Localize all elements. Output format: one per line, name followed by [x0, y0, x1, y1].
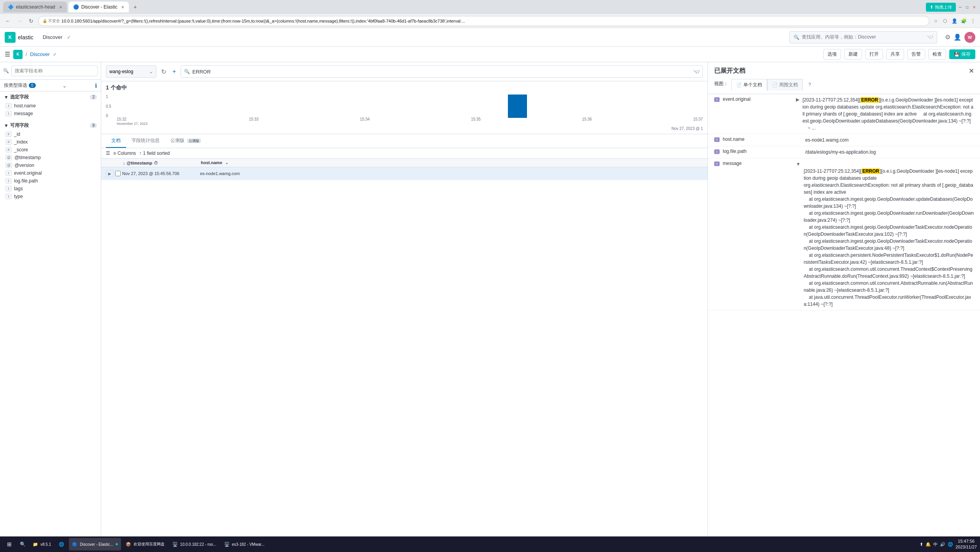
forward-button[interactable]: →: [15, 16, 24, 26]
elastic-header: K elastic Discover ✓ 🔍 查找应用、内容等，例如：Disco…: [0, 28, 980, 47]
tab-single-doc[interactable]: 📄 单个文档: [731, 79, 767, 91]
hamburger-menu[interactable]: ☰: [5, 51, 10, 58]
user-avatar[interactable]: W: [964, 32, 975, 43]
field-event-original[interactable]: t event.original: [4, 169, 97, 177]
taskbar-clock[interactable]: 15:47:56 2023/11/27: [955, 538, 977, 550]
bookmark-icon[interactable]: ☆: [932, 17, 940, 25]
cast-icon[interactable]: ⬡: [941, 17, 949, 25]
tab-close-btn[interactable]: ✕: [59, 5, 62, 9]
bar-highlight[interactable]: [508, 95, 527, 118]
columns-toggle-icon[interactable]: ☰: [106, 151, 110, 156]
filter-chevron[interactable]: ⌄: [62, 82, 67, 89]
start-button[interactable]: ⊞: [3, 538, 16, 550]
chevron-down-icon: ▼: [4, 95, 9, 100]
tab-close-active-btn[interactable]: ✕: [121, 5, 124, 9]
inspect-btn[interactable]: 检查: [928, 49, 946, 60]
more-icon[interactable]: ⋮: [969, 17, 977, 25]
taskbar-baidu[interactable]: 📦 欢迎使用百度网盘: [123, 538, 168, 550]
field-name-label[interactable]: log.file.path: [723, 149, 793, 154]
field-id[interactable]: # _id: [4, 130, 97, 138]
field-index[interactable]: # _index: [4, 138, 97, 146]
expand-message-icon[interactable]: ▼: [796, 161, 801, 167]
back-button[interactable]: ←: [3, 16, 12, 26]
options-btn[interactable]: 选项: [823, 49, 841, 60]
url-bar[interactable]: 🔒 不安全 10.0.0.180:5601/app/discover#/?_g=…: [38, 16, 929, 26]
taskbar-search-button[interactable]: 🔍: [17, 539, 28, 550]
field-name: _score: [14, 147, 28, 152]
new-btn[interactable]: 新建: [844, 49, 862, 60]
reload-button[interactable]: ↻: [26, 16, 36, 26]
tab-fields[interactable]: 字段统计信息: [126, 134, 165, 148]
tab-beta[interactable]: 公测版 公测版: [165, 134, 206, 148]
field-timestamp[interactable]: @ @timestamp: [4, 154, 97, 161]
field-type-badge: t: [714, 161, 720, 166]
panel-close-button[interactable]: ✕: [969, 67, 974, 75]
available-fields-header[interactable]: ▼ 可用字段 9: [4, 122, 97, 129]
global-search[interactable]: 🔍 查找应用、内容等，例如：Discover ⌥/: [789, 31, 937, 44]
query-input-container[interactable]: 🔍 ERROR ⌥/: [181, 65, 703, 78]
sort-button[interactable]: ↑ 1 field sorted: [139, 151, 170, 156]
save-btn[interactable]: 💾 保存: [949, 49, 975, 59]
col-hostname-header[interactable]: host.name ⌄: [201, 160, 703, 165]
field-version[interactable]: @ @version: [4, 161, 97, 169]
field-score[interactable]: # _score: [4, 146, 97, 154]
field-tags[interactable]: t tags: [4, 185, 97, 193]
browser-tab-elasticsearch[interactable]: 🔷 elasticsearch-head ✕: [3, 2, 67, 12]
field-name-label[interactable]: event.original: [723, 96, 793, 102]
tray-network-icon[interactable]: 🌐: [948, 542, 953, 547]
table-header: ↓ @timestamp ⏱ host.name ⌄: [101, 159, 708, 167]
index-selector[interactable]: wang-eslog ⌄: [106, 65, 156, 78]
maximize-btn[interactable]: □: [964, 4, 970, 10]
nav-discover[interactable]: Discover: [40, 33, 66, 42]
columns-button[interactable]: ≡ Columns: [113, 151, 136, 156]
add-filter-icon[interactable]: +: [171, 67, 177, 77]
breadcrumb-discover[interactable]: Discover: [30, 51, 50, 57]
col-timestamp-header[interactable]: ↓ @timestamp ⏱: [123, 161, 201, 165]
profile-icon[interactable]: 👤: [950, 17, 958, 25]
col-timestamp-label: @timestamp: [127, 161, 153, 165]
taskbar-file-explorer[interactable]: 📁 v8.5.1: [30, 538, 54, 550]
tab-docs[interactable]: 文档: [106, 134, 126, 148]
taskbar-baidu-label: 欢迎使用百度网盘: [133, 541, 165, 547]
elastic-logo[interactable]: K elastic: [5, 32, 33, 43]
taskbar-edge[interactable]: 🌐: [56, 538, 67, 550]
row-expand-button[interactable]: ▶: [106, 170, 114, 177]
upload-button[interactable]: ⬆ 拖拽上传: [926, 3, 956, 12]
breadcrumb-check[interactable]: ✓: [53, 52, 57, 57]
field-name-label[interactable]: message: [723, 161, 793, 166]
taskbar-vmware[interactable]: 🖥️ es3-182 - VMwar...: [221, 538, 268, 550]
taskbar-ssh1[interactable]: 🖥️ 10.0.0.182:22 - roo...: [169, 538, 220, 550]
field-log-file-path[interactable]: t log.file.path: [4, 177, 97, 185]
browser-tab-discover[interactable]: 🔵 Discover - Elastic ✕: [68, 2, 129, 12]
settings-icon[interactable]: ⚙: [945, 33, 950, 41]
field-name-label[interactable]: host.name: [723, 137, 793, 142]
row-checkbox[interactable]: [115, 171, 121, 176]
filter-info[interactable]: ℹ: [95, 82, 97, 89]
expand-field-icon[interactable]: ▶: [796, 97, 799, 102]
open-btn[interactable]: 打开: [865, 49, 883, 60]
user-menu-icon[interactable]: 👤: [954, 33, 961, 41]
tray-volume-icon[interactable]: 🔊: [940, 542, 945, 547]
tab-surrounding-docs[interactable]: 📄 周围文档: [767, 79, 803, 91]
extension-icon[interactable]: 🧩: [960, 17, 968, 25]
refresh-icon[interactable]: ↻: [160, 67, 168, 77]
field-host-name[interactable]: t host.name: [4, 102, 97, 110]
panel-view-row: 视图： 📄 单个文档 📄 周围文档 ?: [714, 79, 974, 91]
tray-up-icon[interactable]: ⬆: [920, 542, 923, 547]
field-message[interactable]: t message: [4, 110, 97, 117]
search-field-input[interactable]: [11, 65, 98, 76]
taskbar-chrome[interactable]: 🔵 Discover - Elastic...: [69, 538, 121, 550]
table-row[interactable]: ▶ Nov 27, 2023 @ 15:45:56.706 es-node1.w…: [101, 167, 708, 180]
tray-notification-icon[interactable]: 🔔: [926, 542, 931, 547]
field-type[interactable]: t type: [4, 193, 97, 200]
alert-btn[interactable]: 告警: [907, 49, 925, 60]
filter-label[interactable]: 按类型筛选 0: [4, 82, 36, 89]
minimize-btn[interactable]: ─: [957, 4, 963, 10]
selected-fields-header[interactable]: ▼ 选定字段 2: [4, 94, 97, 100]
share-btn[interactable]: 共享: [886, 49, 904, 60]
help-icon[interactable]: ?: [808, 82, 811, 88]
new-tab-button[interactable]: +: [130, 2, 140, 12]
tray-ime-icon[interactable]: 中: [933, 541, 938, 547]
close-btn[interactable]: ✕: [971, 4, 977, 10]
field-type-icon: t: [5, 103, 12, 109]
